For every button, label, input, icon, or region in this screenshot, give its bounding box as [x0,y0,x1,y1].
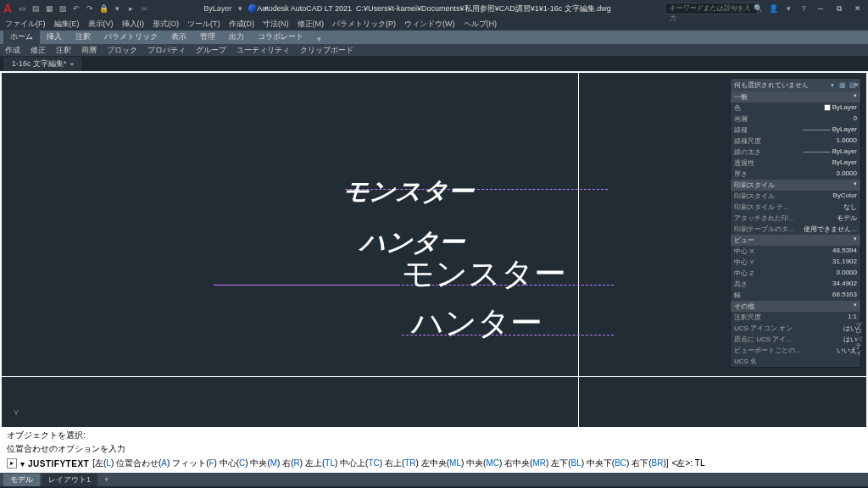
panel-annotate[interactable]: 注釈 [56,45,71,56]
property-row[interactable]: 中心 X48.5394 [731,246,860,257]
quick-select-icon[interactable]: ▾ [828,81,837,90]
menu-parametric[interactable]: パラメトリック(P) [332,19,396,30]
redo-icon[interactable]: ↷ [85,3,95,14]
property-row[interactable]: 中心 Z0.0000 [731,268,860,279]
menu-file[interactable]: ファイル(F) [5,19,46,30]
menu-tools[interactable]: ツール(T) [187,19,220,30]
menu-format[interactable]: 形式(O) [153,19,179,30]
drawing-text-object[interactable]: モンスター [339,175,481,209]
panel-modify[interactable]: 修正 [31,45,46,56]
property-row[interactable]: 線種———— ByLayer [731,125,860,136]
menu-edit[interactable]: 編集(E) [54,19,80,30]
property-row[interactable]: ビューポートごとの...いいえ [731,345,860,356]
panel-close-icon[interactable]: × [854,80,859,89]
command-window[interactable]: オブジェクトを選択: 位置合わせのオプションを入力 ▸ ▾ JUSTIFYTEX… [0,427,868,473]
properties-section-header[interactable]: その他 [731,301,860,312]
property-row[interactable]: 印刷スタイルByColor [731,191,860,202]
current-layer-label[interactable]: ByLayer [203,4,231,13]
search-input[interactable]: キーワードまたは語句を入力 [665,3,758,14]
ribbon-tab-insert[interactable]: 挿入 [40,30,69,44]
command-line[interactable]: ▸ ▾ JUSTIFYTEXT [左(L) 位置合わせ(A) フィット(F) 中… [2,456,866,471]
panel-properties[interactable]: プロパティ [147,45,186,56]
menu-dimension[interactable]: 寸法(N) [263,19,289,30]
ribbon-tab-parametric[interactable]: パラメトリック [97,30,164,44]
property-row[interactable]: 線の太さ———— ByLayer [731,147,860,158]
panel-block[interactable]: ブロック [107,45,137,56]
search-icon[interactable]: 🔍 [753,3,763,14]
panel-layers[interactable]: 画層 [81,45,97,56]
command-option[interactable]: 中心(C) [220,458,248,468]
command-option[interactable]: 左下(BL) [551,458,584,468]
menu-help[interactable]: ヘルプ(H) [464,19,498,30]
property-row[interactable]: 厚さ0.0000 [731,169,860,180]
layer-dropdown-arrow-icon[interactable]: ▾ [235,3,245,14]
command-option[interactable]: 位置合わせ(A) [116,458,170,468]
layer-dropdown-icon[interactable]: ═ [139,3,149,14]
save-icon[interactable]: ▦ [44,3,54,14]
property-row[interactable]: 原点に UCS アイ...はい [731,334,860,345]
menu-draw[interactable]: 作成(D) [229,19,255,30]
command-option[interactable]: 右(R) [282,458,303,468]
open-icon[interactable]: ▤ [31,3,41,14]
share-icon[interactable]: ▸ [125,3,136,14]
chevron-down-icon[interactable]: ▾ [112,3,122,14]
close-icon[interactable]: ✕ [851,3,865,14]
tab-layout1[interactable]: レイアウト1 [42,474,97,486]
properties-section-header[interactable]: 一般 [731,92,860,103]
panel-utilities[interactable]: ユーティリティ [236,45,290,56]
command-option[interactable]: 右中央(MR) [504,458,548,468]
command-option[interactable]: 中央(MC) [466,458,502,468]
menu-window[interactable]: ウィンドウ(W) [404,19,455,30]
property-row[interactable]: 注釈尺度1:1 [731,312,860,323]
new-icon[interactable]: ▭ [17,3,27,14]
planet-icon[interactable] [248,4,257,13]
property-row[interactable]: 高さ34.4902 [731,279,860,290]
ribbon-overflow-icon[interactable]: ▾ [314,34,324,44]
undo-icon[interactable]: ↶ [71,3,81,14]
property-row[interactable]: 印刷スタイル テ...なし [731,202,860,213]
panel-clipboard[interactable]: クリップボード [300,45,353,56]
restore-icon[interactable]: ⧉ [832,3,846,14]
property-row[interactable]: 印刷テーブルのタ...使用できません... [731,224,860,235]
property-row[interactable]: 透過性ByLayer [731,158,860,169]
minimize-icon[interactable]: ─ [814,3,827,14]
property-row[interactable]: 中心 Y31.1902 [731,257,860,268]
ribbon-tab-collab[interactable]: コラボレート [251,30,310,44]
app-menu-icon[interactable]: ▾ [783,3,793,14]
panel-draw[interactable]: 作成 [5,45,20,56]
command-option[interactable]: フィット(F) [172,458,217,468]
document-tab-close-icon[interactable]: × [70,60,75,68]
saveas-icon[interactable]: ▧ [58,3,68,14]
menu-view[interactable]: 表示(V) [88,19,114,30]
ribbon-tab-manage[interactable]: 管理 [193,30,222,44]
ribbon-tab-output[interactable]: 出力 [222,30,251,44]
command-option[interactable]: 中央下(BC) [587,458,630,468]
panel-groups[interactable]: グループ [196,45,226,56]
properties-section-header[interactable]: 印刷スタイル [731,180,860,191]
document-tab[interactable]: 1-16c 文字編集* × [3,57,82,71]
property-row[interactable]: 画層0 [731,114,860,125]
ribbon-tab-annotate[interactable]: 注釈 [69,30,97,44]
property-row[interactable]: UCS 名 [731,356,860,367]
property-row[interactable]: UCS アイコン オンはい [731,323,860,334]
command-option[interactable]: 中央(M) [250,458,280,468]
ribbon-tab-home[interactable]: ホーム [3,30,40,44]
property-row[interactable]: 線種尺度1.0000 [731,136,860,147]
lock-icon[interactable]: 🔒 [98,3,108,14]
ribbon-tab-view[interactable]: 表示 [164,30,193,44]
properties-section-header[interactable]: ビュー [731,235,860,246]
property-row[interactable]: 幅68.5163 [731,290,860,301]
command-option[interactable]: 左中央(ML) [421,458,465,468]
command-option[interactable]: 右下(BR) [632,458,666,468]
add-layout-icon[interactable]: + [99,474,114,485]
select-objects-icon[interactable]: ▦ [838,81,847,90]
menu-insert[interactable]: 挿入(I) [122,19,145,30]
drawing-area[interactable]: モンスター ハンター モンスター ハンター Y × 何も選択されていません ▾ … [0,71,868,427]
property-row[interactable]: アタッチされた印...モデル [731,213,860,224]
command-option[interactable]: 右上(TR) [385,458,419,468]
command-option[interactable]: 左上(TL) [305,458,337,468]
help-icon[interactable]: ? [798,3,809,14]
drawing-text-object[interactable]: ハンター [411,302,542,345]
signin-icon[interactable]: 👤 [768,3,778,14]
menu-modify[interactable]: 修正(M) [298,19,325,30]
